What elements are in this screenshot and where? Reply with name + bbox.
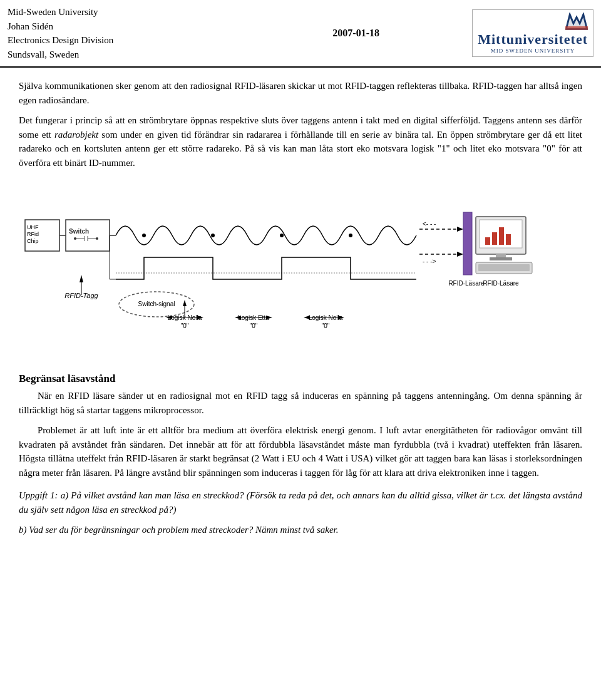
svg-marker-57 <box>304 316 310 319</box>
svg-point-19 <box>349 234 352 237</box>
header-date: 2007-01-18 <box>240 28 472 39</box>
location: Sundsvall, Sweden <box>8 48 240 62</box>
division-name: Electronics Design Division <box>8 33 240 48</box>
svg-text:Chip: Chip <box>27 238 39 244</box>
svg-rect-28 <box>485 237 490 245</box>
question2: b) Vad ser du för begränsningar och prob… <box>19 523 582 537</box>
paragraph-2: Det fungerar i princip så att en strömbr… <box>19 113 582 170</box>
svg-text:<- - -: <- - - <box>423 220 436 227</box>
header-institution: Mid-Sweden University Johan Sidén Electr… <box>8 5 240 61</box>
svg-rect-35 <box>478 264 530 271</box>
italic-radarobjekt: radarobjekt <box>54 130 98 140</box>
svg-marker-24 <box>457 252 463 257</box>
svg-rect-7 <box>66 220 110 251</box>
section1-paragraph2: Problemet är att luft inte är ett alltfö… <box>19 423 582 480</box>
svg-text:- - ->: - - -> <box>423 258 436 265</box>
svg-text:"0": "0" <box>250 322 258 329</box>
svg-rect-36 <box>463 212 472 275</box>
svg-text:Switch-signal: Switch-signal <box>138 301 175 307</box>
logo-name: Mittuniversitetet <box>478 31 588 48</box>
svg-text:"0": "0" <box>322 322 330 329</box>
svg-point-18 <box>280 234 284 237</box>
svg-marker-39 <box>80 275 83 282</box>
section1-paragraph1: När en RFID läsare sänder ut en radiosig… <box>19 389 582 417</box>
svg-marker-45 <box>183 300 187 306</box>
svg-text:Switch: Switch <box>69 228 89 235</box>
svg-rect-30 <box>499 227 504 245</box>
question1-text: Uppgift 1: a) På vilket avstånd kan man … <box>19 490 582 515</box>
svg-text:"0": "0" <box>181 322 189 329</box>
paragraph-1: Själva kommunikationen sker genom att de… <box>19 79 582 107</box>
svg-rect-29 <box>492 232 497 245</box>
header-logo: Mittuniversitetet MID SWEDEN UNIVERSITY <box>472 9 593 57</box>
svg-rect-2 <box>565 26 588 30</box>
svg-text:UHF: UHF <box>27 224 39 230</box>
svg-rect-31 <box>506 234 511 245</box>
question2-text: b) Vad ser du för begränsningar och prob… <box>19 525 339 535</box>
page-header: Mid-Sweden University Johan Sidén Electr… <box>0 0 601 68</box>
svg-rect-33 <box>490 257 512 260</box>
svg-point-17 <box>211 234 215 237</box>
svg-text:RFID-Läsare: RFID-Läsare <box>483 280 519 287</box>
author-name: Johan Sidén <box>8 19 240 34</box>
page-content: Själva kommunikationen sker genom att de… <box>0 79 601 537</box>
svg-point-16 <box>142 234 146 237</box>
svg-marker-21 <box>457 227 463 232</box>
svg-marker-53 <box>266 316 272 319</box>
logo-subtitle: MID SWEDEN UNIVERSITY <box>478 48 588 54</box>
svg-point-14 <box>96 237 98 240</box>
rfid-reader-label: RFID-Läsare <box>448 280 485 287</box>
section-heading-lasavstand: Begränsat läsavstånd <box>19 373 582 385</box>
question1: Uppgift 1: a) På vilket avstånd kan man … <box>19 488 582 517</box>
svg-point-13 <box>74 237 76 240</box>
rfid-diagram: UHF RFid Chip Switch <box>19 182 582 358</box>
university-name: Mid-Sweden University <box>8 5 240 19</box>
svg-text:RFid: RFid <box>27 231 39 237</box>
